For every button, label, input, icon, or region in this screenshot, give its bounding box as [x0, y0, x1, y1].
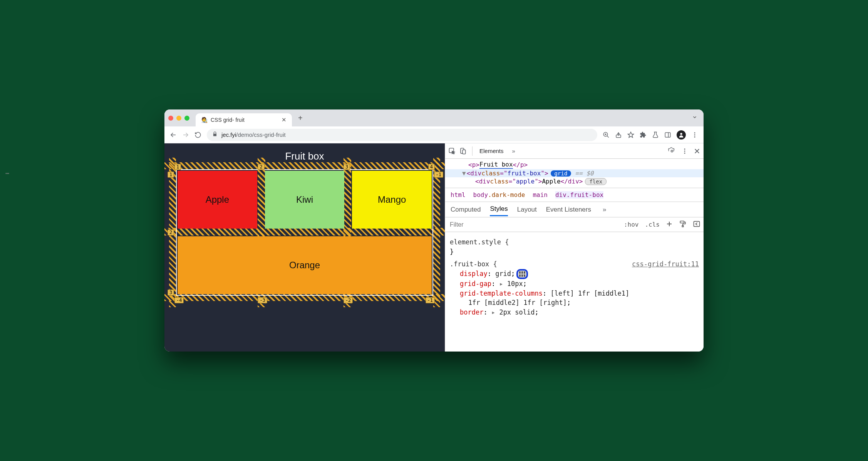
tab-event-listeners[interactable]: Event Listeners: [546, 204, 591, 216]
close-devtools-icon[interactable]: [694, 148, 700, 155]
window-controls: [168, 116, 189, 121]
svg-point-13: [694, 132, 695, 133]
gear-icon[interactable]: [668, 147, 676, 155]
svg-point-22: [684, 152, 685, 153]
crumb-main[interactable]: main: [533, 191, 548, 199]
styles-pane[interactable]: element.style { } .fruit-box { css-grid-…: [445, 232, 704, 321]
content-area: Fruit box Apple Kiwi Mango Orange 1: [164, 143, 704, 352]
bookmark-icon[interactable]: [627, 131, 634, 138]
share-icon[interactable]: [615, 131, 622, 138]
profile-avatar[interactable]: [677, 130, 686, 140]
labs-icon[interactable]: [652, 131, 659, 138]
cell-apple: Apple: [178, 171, 257, 229]
grid-line-left-1: 1: [168, 172, 174, 178]
inspect-icon[interactable]: [448, 147, 456, 155]
breadcrumb[interactable]: html body.dark-mode main div.fruit-box: [445, 188, 704, 202]
favicon-icon: 🧑‍🎨: [201, 117, 208, 123]
tab-styles[interactable]: Styles: [490, 203, 508, 216]
close-tab-button[interactable]: ✕: [282, 116, 287, 123]
dom-tree[interactable]: <p>Fruit box</p> ⋯ ▼ <div class="fruit-b…: [445, 159, 704, 188]
cls-toggle[interactable]: .cls: [642, 221, 663, 228]
dom-node-p[interactable]: <p>Fruit box</p>: [445, 160, 704, 169]
forward-button[interactable]: [182, 131, 189, 139]
crumb-html[interactable]: html: [451, 191, 466, 199]
tab-layout[interactable]: Layout: [517, 204, 537, 216]
fruit-grid: Apple Kiwi Mango Orange: [176, 169, 433, 296]
svg-point-19: [671, 150, 673, 152]
address-bar[interactable]: jec.fyi/demo/css-grid-fruit: [207, 129, 597, 141]
svg-point-14: [694, 134, 695, 135]
grid-editor-button[interactable]: [516, 269, 528, 279]
grid-line-top-4: 4: [428, 164, 435, 170]
svg-rect-33: [519, 274, 521, 277]
paint-icon[interactable]: [676, 220, 690, 229]
svg-rect-18: [462, 150, 466, 154]
side-panel-icon[interactable]: [664, 131, 671, 138]
cell-orange: Orange: [178, 236, 432, 294]
tab-computed[interactable]: Computed: [451, 204, 481, 216]
fruit-box-rule[interactable]: .fruit-box { css-grid-fruit:11 display: …: [450, 259, 699, 317]
lock-icon: [212, 131, 218, 138]
extensions-icon[interactable]: [640, 131, 647, 138]
fullscreen-window-button[interactable]: [184, 116, 189, 121]
grid-line-bottom-4: -1: [426, 297, 435, 303]
grid-line-left-3: 3: [168, 289, 174, 296]
new-tab-button[interactable]: +: [295, 114, 306, 123]
crumb-body[interactable]: body.dark-mode: [473, 191, 525, 199]
grid-line-top-2: 2: [258, 164, 264, 170]
dom-node-fruit-box[interactable]: ⋯ ▼ <div class="fruit-box"> grid == $0: [445, 169, 704, 177]
tab-overflow-button[interactable]: [692, 114, 700, 121]
svg-rect-10: [665, 133, 670, 137]
devtools-kebab-icon[interactable]: [681, 148, 688, 155]
svg-rect-27: [680, 221, 684, 223]
element-style-rule[interactable]: element.style { }: [450, 237, 699, 256]
url-text: jec.fyi/demo/css-grid-fruit: [221, 131, 286, 138]
styles-filter-input[interactable]: [445, 221, 621, 228]
dom-node-apple[interactable]: <div class="apple">Apple</div> flex: [445, 177, 704, 185]
svg-rect-28: [682, 225, 683, 227]
browser-window: 🧑‍🎨 CSS grid- fruit ✕ + jec.fyi/demo/css…: [164, 109, 704, 352]
devtools-panel: Elements » <p>Fruit box</p> ⋯ ▼ <div cla…: [445, 143, 704, 352]
svg-point-15: [694, 136, 695, 137]
grid-line-bottom-3: -2: [344, 297, 353, 303]
cell-mango: Mango: [352, 171, 432, 229]
svg-rect-35: [524, 274, 525, 277]
browser-tab[interactable]: 🧑‍🎨 CSS grid- fruit ✕: [196, 113, 292, 126]
computed-toggle-icon[interactable]: [690, 220, 704, 229]
svg-point-12: [680, 133, 682, 135]
kebab-menu-icon[interactable]: [691, 131, 698, 138]
device-toggle-icon[interactable]: [459, 147, 467, 155]
grid-overlay-wrap: Apple Kiwi Mango Orange 1 2 3 4 1 2 3 -1…: [176, 169, 433, 296]
grid-line-left-2: 2: [168, 229, 174, 236]
tab-elements[interactable]: Elements: [478, 145, 505, 156]
source-link[interactable]: css-grid-fruit:11: [632, 259, 699, 269]
grid-line-top-1: 1: [174, 164, 181, 170]
grid-line-bottom-1: -4: [174, 297, 184, 303]
svg-rect-31: [521, 271, 523, 274]
more-lower-tabs-icon[interactable]: »: [603, 206, 606, 214]
grid-badge[interactable]: grid: [551, 170, 571, 177]
back-button[interactable]: [170, 131, 177, 139]
svg-line-3: [607, 136, 609, 138]
page-heading: Fruit box: [164, 143, 445, 165]
svg-marker-8: [628, 132, 634, 137]
flex-badge[interactable]: flex: [585, 178, 607, 185]
new-style-rule-icon[interactable]: [663, 220, 676, 229]
styles-tabs: Computed Styles Layout Event Listeners »: [445, 202, 704, 217]
svg-point-21: [684, 150, 685, 151]
crumb-fruit-box[interactable]: div.fruit-box: [555, 191, 603, 199]
styles-filter-bar: :hov .cls: [445, 217, 704, 232]
close-window-button[interactable]: [168, 116, 173, 121]
grid-line-right-neg1: -1: [434, 172, 443, 178]
zoom-icon[interactable]: [603, 131, 610, 138]
hov-toggle[interactable]: :hov: [621, 221, 642, 228]
minimize-window-button[interactable]: [176, 116, 181, 121]
grid-line-bottom-2: -3: [258, 297, 267, 303]
browser-toolbar: jec.fyi/demo/css-grid-fruit: [164, 126, 704, 143]
cell-kiwi: Kiwi: [265, 171, 345, 229]
triangle-down-icon[interactable]: ▼: [462, 170, 466, 177]
grid-line-top-3: 3: [344, 164, 350, 170]
more-tabs-icon[interactable]: »: [512, 148, 515, 154]
reload-button[interactable]: [194, 131, 201, 138]
tab-title: CSS grid- fruit: [211, 117, 245, 123]
